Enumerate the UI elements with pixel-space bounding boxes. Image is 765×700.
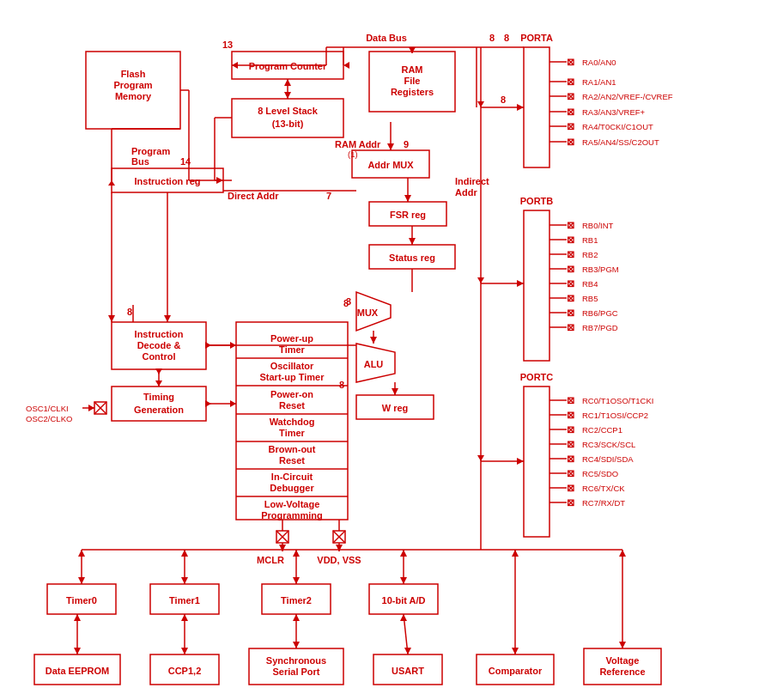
svg-marker-83 <box>400 577 407 584</box>
timing-label2: Generation <box>134 405 184 415</box>
portc-pin4: RC4/SDI/SDA <box>582 454 634 464</box>
timer0-label: Timer0 <box>66 595 97 606</box>
diagram-container: Flash Program Memory Program Counter 8 L… <box>0 0 765 700</box>
stack-label2: (13-bit) <box>272 119 304 129</box>
svg-marker-81 <box>293 550 300 557</box>
portc-pin6: RC6/TX/CK <box>582 484 625 493</box>
icd-label: In-Circuit <box>271 472 313 482</box>
num7-label: 7 <box>326 191 331 201</box>
portb-x3: ⊠ <box>567 264 574 274</box>
flash-memory-label3: Memory <box>115 91 152 101</box>
osc-start-label: Oscillator <box>270 361 314 371</box>
portc-pins: ⊠ ⊠ ⊠ ⊠ ⊠ ⊠ ⊠ ⊠ RC0/T1OSO/T1CKI RC1/T1OS… <box>549 395 653 508</box>
porta-x2: ⊠ <box>567 91 574 101</box>
direct-addr-label: Direct Addr <box>228 191 279 201</box>
svg-marker-58 <box>279 545 286 551</box>
ram-label3: Registers <box>391 87 434 97</box>
svg-marker-48 <box>230 400 236 407</box>
porta-pin5: RA5/AN4/SS/C2OUT <box>582 137 659 147</box>
fsr-label: FSR reg <box>390 210 426 220</box>
svg-marker-74 <box>78 577 85 584</box>
portc-pin2: RC2/CCP1 <box>582 425 622 435</box>
porta-pin1: RA1/AN1 <box>582 77 616 87</box>
data-eeprom-label: Data EEPROM <box>46 666 110 676</box>
ram-addr-super: (1) <box>348 149 358 159</box>
portc-x7: ⊠ <box>567 497 574 508</box>
svg-marker-65 <box>517 104 524 111</box>
portb-pin1: RB1 <box>582 235 598 245</box>
porta-x1: ⊠ <box>567 76 574 87</box>
instruction-reg-label: Instruction reg <box>134 176 200 186</box>
svg-marker-89 <box>181 648 188 654</box>
svg-marker-63 <box>336 545 343 551</box>
svg-marker-102 <box>619 550 626 557</box>
powerup-label: Power-up <box>270 333 313 344</box>
alu-label: ALU <box>364 359 384 369</box>
porta-box <box>524 47 549 167</box>
portc-x4: ⊠ <box>567 453 574 464</box>
brownout-label: Brown-out <box>269 444 316 454</box>
svg-marker-47 <box>205 400 211 407</box>
num8-alu-label: 8 <box>339 380 344 390</box>
svg-marker-87 <box>74 614 81 621</box>
status-label: Status reg <box>389 253 435 263</box>
svg-marker-44 <box>155 380 162 387</box>
flash-memory-box <box>86 52 180 129</box>
svg-marker-75 <box>78 550 85 557</box>
brownout-label2: Reset <box>279 455 305 466</box>
porta-pin0: RA0/AN0 <box>582 58 616 67</box>
porta-x5: ⊠ <box>567 137 574 147</box>
svg-marker-71 <box>477 277 484 283</box>
ram-label1: RAM <box>401 64 422 75</box>
icd-label2: Debugger <box>270 483 314 493</box>
svg-marker-115 <box>164 315 171 322</box>
svg-marker-92 <box>293 642 300 648</box>
portb-box <box>524 210 549 361</box>
portb-pin0: RB0/INT <box>582 221 614 230</box>
porta-x3: ⊠ <box>567 107 574 117</box>
portc-x0: ⊠ <box>567 395 574 405</box>
svg-marker-72 <box>477 455 484 461</box>
serial-port-label2: Serial Port <box>272 667 319 677</box>
svg-marker-98 <box>512 648 519 654</box>
svg-marker-43 <box>155 368 162 374</box>
flash-memory-label: Flash <box>121 69 146 79</box>
portc-pin3: RC3/SCK/SCL <box>582 440 635 449</box>
powerup-label2: Timer <box>279 344 305 355</box>
indirect-addr-label: Indirect <box>455 176 489 186</box>
voltage-ref-label2: Reference <box>599 667 645 677</box>
portc-pin5: RC5/SDO <box>582 469 618 478</box>
porta-pins: ⊠ ⊠ ⊠ ⊠ ⊠ ⊠ RA0/AN0 RA1/AN1 RA2/AN2/VREF… <box>549 57 673 147</box>
porta-label: PORTA <box>520 33 553 43</box>
svg-marker-53 <box>88 405 94 411</box>
program-counter-label: Program Counter <box>249 61 327 71</box>
ram-label2: File <box>404 76 421 86</box>
addr-mux-label: Addr MUX <box>367 160 414 170</box>
svg-marker-84 <box>400 550 407 557</box>
svg-marker-95 <box>404 648 411 654</box>
program-bus-label: Program <box>131 146 170 156</box>
program-bus-label2: Bus <box>131 156 149 167</box>
svg-marker-39 <box>409 238 416 245</box>
usart-label: USART <box>392 666 424 676</box>
svg-marker-40 <box>370 337 377 344</box>
num14-label: 14 <box>180 156 191 167</box>
svg-marker-80 <box>293 577 300 584</box>
indirect-addr-label2: Addr <box>455 187 477 198</box>
svg-marker-28 <box>343 62 349 69</box>
bus8-label: 8 <box>489 33 495 43</box>
power-on-label2: Reset <box>279 400 305 411</box>
svg-marker-96 <box>400 614 407 621</box>
svg-marker-107 <box>284 79 291 86</box>
decode-label1: Instruction <box>135 329 184 339</box>
svg-marker-90 <box>181 614 188 621</box>
portc-x2: ⊠ <box>567 424 574 435</box>
portc-pin1: RC1/T1OSI/CCP2 <box>582 411 648 420</box>
portb-x7: ⊠ <box>567 322 574 332</box>
svg-marker-99 <box>512 550 519 557</box>
porta-pin4: RA4/T0CKI/C1OUT <box>582 122 653 131</box>
num3-label: 3 <box>346 296 351 307</box>
flash-memory-label2: Program <box>113 80 152 90</box>
ccp-label: CCP1,2 <box>168 666 202 676</box>
portc-pin0: RC0/T1OSO/T1CKI <box>582 396 653 405</box>
